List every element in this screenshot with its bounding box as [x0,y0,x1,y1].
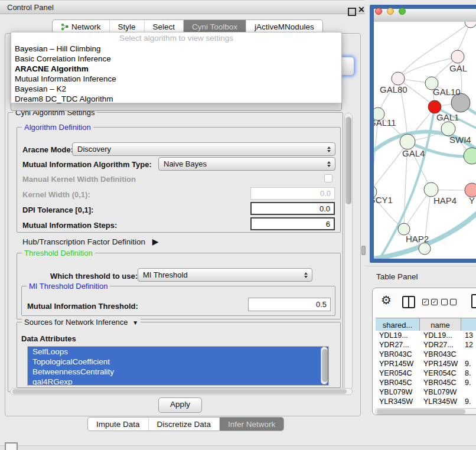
data-attributes-list[interactable]: SelfLoopsTopologicalCoefficientBetweenne… [27,346,329,386]
table-header-row: shared...nameA [376,318,476,332]
settings-horizontal-scrollbar[interactable] [10,388,353,395]
mi-steps-input[interactable]: 6 [250,217,335,230]
table-row[interactable]: YLR345WYLR345W9. [376,397,476,406]
mi-algorithm-type-select[interactable]: Naive Bayes [158,157,335,171]
tab-select[interactable]: Select [145,20,184,33]
table-row[interactable]: YBL079WYBL079W [376,387,476,397]
algorithm-dropdown-placeholder: Select algorithm to view settings [11,32,341,44]
tab-jactivemnodules[interactable]: jActiveMNodules [246,20,322,33]
attribute-item-betweennesscentrality[interactable]: BetweennessCentrality [28,367,328,377]
network-node[interactable] [419,243,431,255]
table-hscrollbar-thumb[interactable] [377,409,465,414]
sources-group-title[interactable]: Sources for Network Inference ▼ [22,318,141,327]
which-threshold-select[interactable]: MI Threshold [138,268,312,282]
table-cell: YBR045C [376,378,420,387]
algorithm-option-bayesian-k2[interactable]: Bayesian – K2 [11,84,341,94]
manual-kernel-width-label: Manual Kernel Width Definition [22,175,136,184]
table-row[interactable]: YPR145WYPR145W9. [376,359,476,369]
attribute-item-selfloops[interactable]: SelfLoops [28,347,328,357]
network-node-swi4[interactable] [441,122,455,136]
table-cell: YBR043C [420,350,461,359]
table-rows: YDL19...YDL19...13YDR27...YDR27...12YBR0… [376,331,476,408]
tab-jactivemnodules-label: jActiveMNodules [255,22,314,31]
network-node-gal80[interactable] [392,72,405,85]
bottom-tab-impute-data[interactable]: Impute Data [88,418,149,431]
table-cell: YDL19... [420,331,461,340]
dpi-tolerance-label: DPI Tolerance [0,1]: [22,206,93,214]
network-canvas[interactable]: GALGAL80GAL10GAL1GAL11SWI4GAL4GCY1HAP4YH… [374,22,476,259]
close-traffic-icon[interactable] [375,8,382,15]
network-node-gal4[interactable] [400,134,415,149]
tab-cyni-toolbox[interactable]: Cyni Toolbox [184,20,246,33]
bottom-tab-discretize-data[interactable]: Discretize Data [149,418,220,431]
manual-kernel-width-checkbox[interactable] [324,174,332,182]
settings-vertical-scrollbar[interactable] [344,113,353,390]
column-header-name[interactable]: name [420,318,461,331]
table-cell: 9. [461,397,476,406]
table-cell: YBL079W [376,387,420,397]
tab-style[interactable]: Style [110,20,145,33]
network-node-gal[interactable] [451,50,464,63]
algorithm-option-mutual-information-inference[interactable]: Mutual Information Inference [11,74,341,84]
network-node-gal1[interactable] [428,100,441,113]
splitpane-divider-handle[interactable] [361,246,366,255]
column-header-a[interactable]: A [461,318,476,331]
tab-network[interactable]: Network [53,20,110,33]
settings-scrollbar-thumb[interactable] [345,117,351,204]
aracne-mode-select[interactable]: Discovery [72,142,335,156]
attributes-scrollbar-thumb[interactable] [322,349,328,382]
settings-hscrollbar-thumb[interactable] [12,389,347,394]
attribute-item-topologicalcoefficient[interactable]: TopologicalCoefficient [28,357,328,367]
algorithm-option-dream8-dc-tdc-algorithm[interactable]: Dream8 DC_TDC Algorithm [11,94,341,104]
dpi-tolerance-input[interactable]: 0.0 [250,202,335,215]
minimize-traffic-icon[interactable] [387,8,394,15]
table-row[interactable]: YDR27...YDR27...12 [376,340,476,350]
table-row[interactable]: YBR045CYBR045C9. [376,378,476,387]
attributes-list-scrollbar[interactable] [321,347,328,384]
table-settings-gear-icon[interactable]: ⚙ [381,294,392,306]
aracne-mode-value: Discovery [77,145,111,154]
table-row[interactable]: YBR043CYBR043C [376,350,476,359]
network-node[interactable] [465,22,476,28]
column-header-shared[interactable]: shared... [376,318,420,331]
mi-threshold-input[interactable]: 0.5 [248,298,331,311]
network-node-hap4[interactable] [424,182,438,197]
network-node[interactable] [464,148,476,164]
algorithm-option-bayesian-hill-climbing[interactable]: Bayesian – Hill Climbing [11,44,341,54]
unselect-all-columns-icon[interactable] [441,299,457,305]
close-panel-icon[interactable]: ✕ [358,5,365,14]
stepper-arrows-icon [327,161,331,167]
disclosure-right-arrow-icon: ▶ [152,237,159,246]
table-horizontal-scrollbar[interactable] [375,408,476,415]
table-panel-title: Table Panel [376,272,418,281]
network-node-label-hap2: HAP2 [406,234,429,244]
table-row[interactable]: YER054CYER054C8. [376,369,476,378]
hub-definition-disclosure[interactable]: Hub/Transcription Factor Definition ▶ [22,237,159,246]
control-panel-title: Control Panel [7,3,54,12]
bottom-corner-button[interactable] [5,442,18,450]
attribute-item-gal4rgexp[interactable]: gal4RGexp [28,377,328,386]
show-columns-icon[interactable] [402,296,415,308]
mi-algorithm-type-label: Mutual Information Algorithm Type: [22,160,152,169]
network-node-hap2[interactable] [398,223,410,235]
threshold-definition-title: Threshold Definition [22,249,95,257]
network-node-label-y: Y [469,195,475,206]
table-cell: YPR145W [376,359,420,369]
bottom-tab-infer-network[interactable]: Infer Network [220,418,283,431]
table-row[interactable]: YDL19...YDL19...13 [376,331,476,340]
tab-style-label: Style [118,22,136,31]
stepper-arrows-icon [304,272,308,278]
table-cell: 8. [461,369,476,378]
network-node-label-gcy1: GCY1 [374,195,393,205]
which-threshold-label: Which threshold to use: [50,272,138,281]
algorithm-option-basic-correlation-inference[interactable]: Basic Correlation Inference [11,54,341,64]
kernel-width-input[interactable]: 0.0 [250,187,335,200]
apply-button[interactable]: Apply [158,397,202,413]
tab-cyni-toolbox-label: Cyni Toolbox [192,22,237,31]
float-panel-icon[interactable] [348,8,356,16]
bottom-status-strip [0,445,476,450]
zoom-traffic-icon[interactable] [399,8,406,15]
algorithm-option-aracne-algorithm[interactable]: ARACNE Algorithm [11,64,341,74]
export-table-icon[interactable] [471,294,476,308]
select-all-columns-icon[interactable]: ✓ ✓ [422,299,438,305]
